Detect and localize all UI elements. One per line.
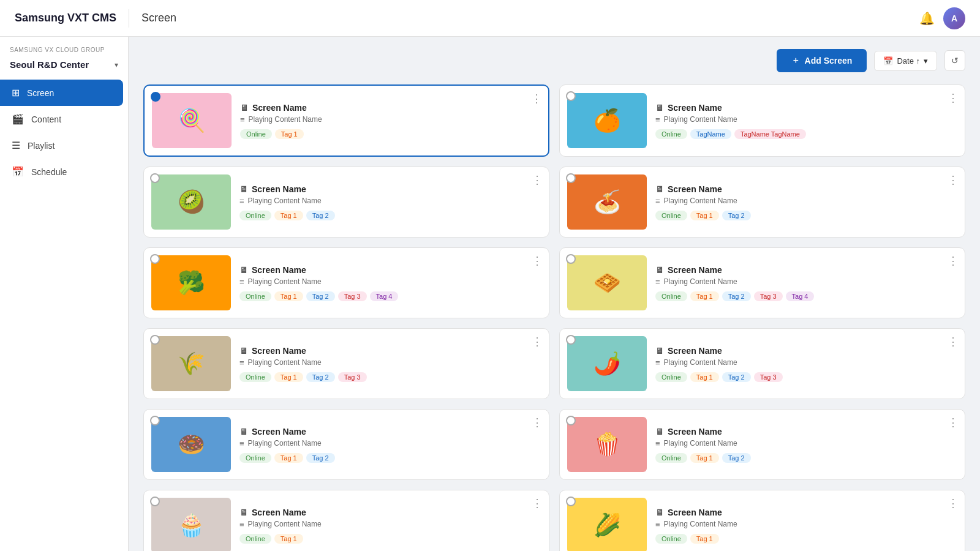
screen-name-text: Screen Name <box>252 265 306 275</box>
tag-tag2: Tag 2 <box>722 453 751 463</box>
card-tags: OnlineTag 1Tag 2Tag 3 <box>239 372 541 382</box>
card-content-name: ≡ Playing Content Name <box>239 277 541 287</box>
screen-card-12[interactable]: 🌽 🖥 Screen Name ≡ Playing Content Name O… <box>559 490 965 551</box>
card-more-button[interactable]: ⋮ <box>948 173 959 187</box>
tag-online: Online <box>655 372 687 382</box>
card-more-button[interactable]: ⋮ <box>948 497 959 510</box>
card-more-button[interactable]: ⋮ <box>948 416 959 429</box>
card-tags: OnlineTag 1Tag 2Tag 3 <box>655 372 957 382</box>
card-radio[interactable] <box>150 254 160 264</box>
card-radio[interactable] <box>566 91 576 101</box>
card-tags: OnlineTag 1Tag 2 <box>239 453 541 463</box>
card-more-button[interactable]: ⋮ <box>948 91 959 105</box>
screen-name-text: Screen Name <box>252 103 307 113</box>
tag-online: Online <box>655 291 687 301</box>
card-screen-name: 🖥 Screen Name <box>655 427 957 437</box>
content-name-text: Playing Content Name <box>248 277 322 286</box>
card-radio[interactable] <box>566 173 576 183</box>
card-more-button[interactable]: ⋮ <box>948 335 959 348</box>
monitor-icon: 🖥 <box>239 427 248 437</box>
content-name-text: Playing Content Name <box>664 197 737 205</box>
card-content-name: ≡ Playing Content Name <box>239 197 541 206</box>
card-more-button[interactable]: ⋮ <box>532 254 543 268</box>
screen-name-text: Screen Name <box>252 346 306 356</box>
content-name-text: Playing Content Name <box>664 277 737 286</box>
content-list-icon: ≡ <box>239 358 244 367</box>
card-screen-name: 🖥 Screen Name <box>240 103 541 113</box>
screen-name-text: Screen Name <box>252 508 306 517</box>
sidebar-group-name[interactable]: Seoul R&D Center ▾ <box>0 56 128 80</box>
card-more-button[interactable]: ⋮ <box>532 497 543 510</box>
screen-card-11[interactable]: 🧁 🖥 Screen Name ≡ Playing Content Name O… <box>143 490 549 551</box>
screen-card-4[interactable]: 🍝 🖥 Screen Name ≡ Playing Content Name O… <box>559 167 965 238</box>
screen-card-6[interactable]: 🧇 🖥 Screen Name ≡ Playing Content Name O… <box>559 247 965 318</box>
card-more-button[interactable]: ⋮ <box>531 92 542 105</box>
date-sort-button[interactable]: 📅 Date ↑ ▾ <box>874 51 937 71</box>
tag-tag1: Tag 1 <box>690 534 719 544</box>
content-name-text: Playing Content Name <box>664 115 737 124</box>
screen-card-1[interactable]: 🍭 🖥 Screen Name ≡ Playing Content Name O… <box>143 84 549 157</box>
tag-tag2: Tag 2 <box>306 291 335 301</box>
sidebar-item-screen[interactable]: ⊞ Screen <box>0 80 123 106</box>
tag-tag1: Tag 1 <box>274 534 303 544</box>
sidebar-item-schedule[interactable]: 📅 Schedule <box>0 159 128 185</box>
screen-card-7[interactable]: 🌾 🖥 Screen Name ≡ Playing Content Name O… <box>143 328 549 399</box>
card-more-button[interactable]: ⋮ <box>948 254 959 268</box>
card-radio[interactable] <box>566 254 576 264</box>
card-thumbnail: 🍿 <box>567 417 647 472</box>
card-radio[interactable] <box>566 497 576 506</box>
card-thumbnail: 🌾 <box>151 336 231 391</box>
card-radio[interactable] <box>566 335 576 345</box>
user-avatar[interactable]: A <box>943 7 965 29</box>
sidebar-item-playlist[interactable]: ☰ Playlist <box>0 132 128 159</box>
tag-tag4: Tag 4 <box>786 291 815 301</box>
screen-card-5[interactable]: 🥦 🖥 Screen Name ≡ Playing Content Name O… <box>143 247 549 318</box>
card-radio[interactable] <box>150 497 160 506</box>
tag-online: Online <box>655 211 687 220</box>
tag-online: Online <box>655 129 687 139</box>
card-screen-name: 🖥 Screen Name <box>239 184 541 194</box>
content-list-icon: ≡ <box>655 439 660 448</box>
schedule-icon: 📅 <box>12 166 24 178</box>
card-more-button[interactable]: ⋮ <box>532 173 543 187</box>
card-info: 🖥 Screen Name ≡ Playing Content Name Onl… <box>239 508 541 544</box>
screen-card-9[interactable]: 🍩 🖥 Screen Name ≡ Playing Content Name O… <box>143 409 549 480</box>
screen-card-2[interactable]: 🍊 🖥 Screen Name ≡ Playing Content Name O… <box>559 84 965 157</box>
content-name-text: Playing Content Name <box>249 115 322 124</box>
tag-tag1: Tag 1 <box>690 291 719 301</box>
screen-name-text: Screen Name <box>668 184 722 194</box>
content-name-text: Playing Content Name <box>664 358 737 367</box>
screen-card-10[interactable]: 🍿 🖥 Screen Name ≡ Playing Content Name O… <box>559 409 965 480</box>
screen-name-text: Screen Name <box>668 346 722 356</box>
content-name-text: Playing Content Name <box>664 520 737 528</box>
content-name-text: Playing Content Name <box>664 439 737 448</box>
monitor-icon: 🖥 <box>240 103 249 113</box>
card-content-name: ≡ Playing Content Name <box>239 358 541 367</box>
card-info: 🖥 Screen Name ≡ Playing Content Name Onl… <box>240 103 541 139</box>
screen-card-3[interactable]: 🥝 🖥 Screen Name ≡ Playing Content Name O… <box>143 167 549 238</box>
refresh-button[interactable]: ↺ <box>944 50 965 71</box>
tag-online: Online <box>239 534 271 544</box>
card-more-button[interactable]: ⋮ <box>532 335 543 348</box>
notification-bell-icon[interactable]: 🔔 <box>919 11 935 26</box>
tag-tag1: Tag 1 <box>690 211 719 220</box>
card-radio[interactable] <box>151 92 160 102</box>
sidebar-item-content[interactable]: 🎬 Content <box>0 106 128 132</box>
card-radio[interactable] <box>150 173 160 183</box>
tag-online: Online <box>655 453 687 463</box>
screen-card-8[interactable]: 🌶️ 🖥 Screen Name ≡ Playing Content Name … <box>559 328 965 399</box>
card-radio[interactable] <box>150 335 160 345</box>
card-radio[interactable] <box>150 416 160 425</box>
tag-tag1: Tag 1 <box>274 453 303 463</box>
card-radio[interactable] <box>566 416 576 425</box>
tag-tag1: Tag 1 <box>274 211 303 220</box>
tag-tag3: TagName TagName <box>734 129 806 139</box>
tag-tag2: Tag 2 <box>722 291 751 301</box>
sidebar-label-playlist: Playlist <box>28 141 55 151</box>
content-list-icon: ≡ <box>655 115 660 124</box>
card-screen-name: 🖥 Screen Name <box>239 508 541 517</box>
card-content-name: ≡ Playing Content Name <box>655 439 957 448</box>
add-screen-button[interactable]: ＋ Add Screen <box>777 49 867 72</box>
tag-tag2: Tag 2 <box>306 372 335 382</box>
card-more-button[interactable]: ⋮ <box>532 416 543 429</box>
